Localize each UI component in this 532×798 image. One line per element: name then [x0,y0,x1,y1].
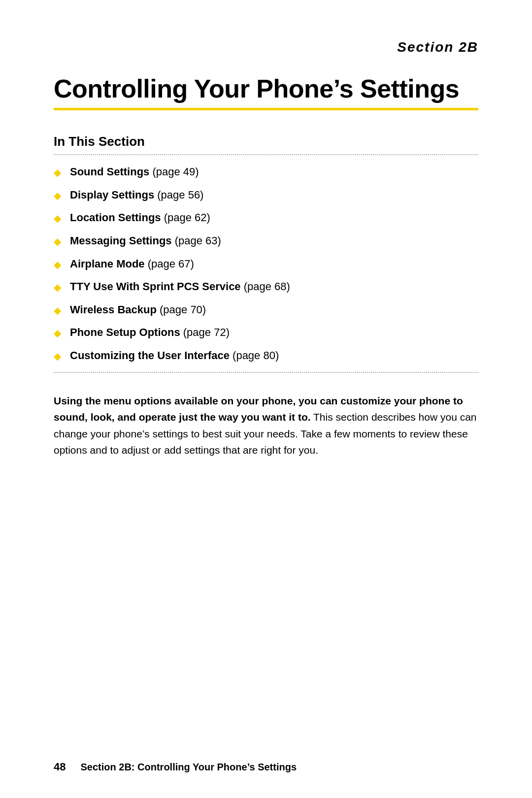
list-item: ◆ Display Settings (page 56) [54,188,478,202]
in-this-section: In This Section ◆ Sound Settings (page 4… [54,134,478,372]
diamond-icon: ◆ [54,281,61,294]
page-footer: 48 Section 2B: Controlling Your Phone’s … [54,761,478,773]
diamond-icon: ◆ [54,212,61,225]
dotted-line-bottom [54,372,478,373]
section-label: Section 2B [54,39,478,55]
toc-item-normal: (page 67) [145,258,194,270]
toc-item-bold: Phone Setup Options [70,326,180,338]
list-item: ◆ Airplane Mode (page 67) [54,257,478,271]
footer-page-number: 48 [54,761,66,773]
intro-paragraph: Using the menu options available on your… [54,393,478,459]
list-item: ◆ Messaging Settings (page 63) [54,234,478,248]
list-item: ◆ Location Settings (page 62) [54,211,478,225]
chapter-title: Controlling Your Phone’s Settings [54,75,478,103]
toc-entry: Airplane Mode (page 67) [70,257,194,271]
toc-item-bold: Location Settings [70,211,161,224]
dotted-line-top [54,154,478,155]
toc-entry: Sound Settings (page 49) [70,165,199,179]
toc-item-bold: Customizing the User Interface [70,349,230,362]
diamond-icon: ◆ [54,350,61,363]
toc-list: ◆ Sound Settings (page 49) ◆ Display Set… [54,165,478,363]
diamond-icon: ◆ [54,304,61,317]
list-item: ◆ Phone Setup Options (page 72) [54,326,478,340]
toc-item-normal: (page 68) [241,280,290,293]
toc-item-normal: (page 72) [180,326,230,338]
toc-item-bold: Airplane Mode [70,258,145,270]
footer-text: Section 2B: Controlling Your Phone’s Set… [80,762,297,773]
toc-entry: TTY Use With Sprint PCS Service (page 68… [70,280,290,294]
list-item: ◆ TTY Use With Sprint PCS Service (page … [54,280,478,294]
toc-entry: Customizing the User Interface (page 80) [70,349,279,363]
toc-item-normal: (page 80) [230,349,279,362]
toc-item-bold: Sound Settings [70,166,149,178]
toc-item-normal: (page 70) [157,303,206,316]
toc-item-bold: Wireless Backup [70,303,157,316]
toc-item-normal: (page 63) [172,234,221,247]
toc-item-bold: Display Settings [70,189,154,201]
list-item: ◆ Wireless Backup (page 70) [54,303,478,317]
toc-item-normal: (page 56) [154,189,203,201]
toc-item-normal: (page 62) [161,211,210,224]
diamond-icon: ◆ [54,189,61,202]
toc-item-normal: (page 49) [149,166,199,178]
diamond-icon: ◆ [54,327,61,339]
toc-entry: Location Settings (page 62) [70,211,210,225]
diamond-icon: ◆ [54,235,61,248]
list-item: ◆ Sound Settings (page 49) [54,165,478,179]
toc-item-bold: Messaging Settings [70,234,172,247]
diamond-icon: ◆ [54,166,61,179]
toc-entry: Display Settings (page 56) [70,188,203,202]
title-underline [54,108,478,110]
list-item: ◆ Customizing the User Interface (page 8… [54,349,478,363]
toc-entry: Messaging Settings (page 63) [70,234,221,248]
toc-entry: Phone Setup Options (page 72) [70,326,230,340]
in-this-section-heading: In This Section [54,134,478,149]
diamond-icon: ◆ [54,258,61,271]
toc-item-bold: TTY Use With Sprint PCS Service [70,280,241,293]
toc-entry: Wireless Backup (page 70) [70,303,206,317]
page-container: Section 2B Controlling Your Phone’s Sett… [0,0,532,798]
